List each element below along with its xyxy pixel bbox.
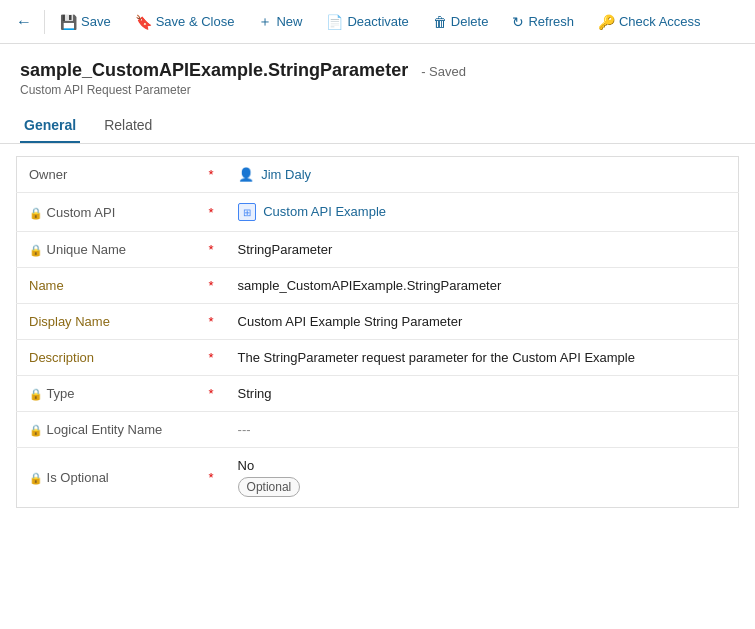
saved-badge: - Saved bbox=[421, 64, 466, 79]
record-name: sample_CustomAPIExample.StringParameter bbox=[20, 60, 408, 80]
field-unique-name-required: * bbox=[197, 232, 226, 268]
field-display-name: Display Name * Custom API Example String… bbox=[17, 304, 739, 340]
save-button[interactable]: 💾 Save bbox=[49, 7, 122, 37]
field-owner-label: Owner bbox=[17, 157, 197, 193]
field-owner-required: * bbox=[197, 157, 226, 193]
field-type-value: String bbox=[226, 376, 739, 412]
lock-icon-custom-api: 🔒 bbox=[29, 207, 43, 219]
delete-icon: 🗑 bbox=[433, 14, 447, 30]
field-logical-entity: 🔒 Logical Entity Name --- bbox=[17, 412, 739, 448]
page-header: sample_CustomAPIExample.StringParameter … bbox=[0, 44, 755, 97]
optional-badge: Optional bbox=[238, 477, 301, 497]
deactivate-icon: 📄 bbox=[326, 14, 343, 30]
custom-api-link[interactable]: Custom API Example bbox=[263, 204, 386, 219]
page-subtitle: Custom API Request Parameter bbox=[20, 83, 735, 97]
field-unique-name-label: 🔒 Unique Name bbox=[17, 232, 197, 268]
field-is-optional-label: 🔒 Is Optional bbox=[17, 448, 197, 508]
deactivate-label: Deactivate bbox=[347, 14, 408, 29]
fields-table: Owner * 👤 Jim Daly 🔒 Custom API * ⊞ bbox=[16, 156, 739, 508]
toolbar: ← 💾 Save 🔖 Save & Close ＋ New 📄 Deactiva… bbox=[0, 0, 755, 44]
field-description-value: The StringParameter request parameter fo… bbox=[226, 340, 739, 376]
field-description: Description * The StringParameter reques… bbox=[17, 340, 739, 376]
field-name-value: sample_CustomAPIExample.StringParameter bbox=[226, 268, 739, 304]
lock-icon-is-optional: 🔒 bbox=[29, 472, 43, 484]
field-description-required: * bbox=[197, 340, 226, 376]
save-icon: 💾 bbox=[60, 14, 77, 30]
field-is-optional: 🔒 Is Optional * No Optional bbox=[17, 448, 739, 508]
field-name: Name * sample_CustomAPIExample.StringPar… bbox=[17, 268, 739, 304]
refresh-button[interactable]: ↻ Refresh bbox=[501, 7, 585, 37]
new-button[interactable]: ＋ New bbox=[247, 6, 313, 38]
field-description-label: Description bbox=[17, 340, 197, 376]
save-close-button[interactable]: 🔖 Save & Close bbox=[124, 7, 246, 37]
divider bbox=[44, 10, 45, 34]
save-close-label: Save & Close bbox=[156, 14, 235, 29]
back-button[interactable]: ← bbox=[8, 9, 40, 35]
check-access-label: Check Access bbox=[619, 14, 701, 29]
page-title: sample_CustomAPIExample.StringParameter … bbox=[20, 60, 735, 81]
field-display-name-value: Custom API Example String Parameter bbox=[226, 304, 739, 340]
person-icon: 👤 bbox=[238, 167, 254, 182]
field-logical-entity-required bbox=[197, 412, 226, 448]
form-section: Owner * 👤 Jim Daly 🔒 Custom API * ⊞ bbox=[0, 156, 755, 524]
lock-icon-logical-entity: 🔒 bbox=[29, 424, 43, 436]
check-access-button[interactable]: 🔑 Check Access bbox=[587, 7, 712, 37]
field-display-name-label: Display Name bbox=[17, 304, 197, 340]
custom-api-icon: ⊞ bbox=[238, 203, 256, 221]
new-icon: ＋ bbox=[258, 13, 272, 31]
field-owner-value: 👤 Jim Daly bbox=[226, 157, 739, 193]
field-custom-api: 🔒 Custom API * ⊞ Custom API Example bbox=[17, 193, 739, 232]
field-name-label: Name bbox=[17, 268, 197, 304]
field-type-label: 🔒 Type bbox=[17, 376, 197, 412]
tabs-bar: General Related bbox=[0, 97, 755, 144]
field-owner: Owner * 👤 Jim Daly bbox=[17, 157, 739, 193]
owner-link[interactable]: Jim Daly bbox=[261, 167, 311, 182]
refresh-icon: ↻ bbox=[512, 14, 524, 30]
field-unique-name-value: StringParameter bbox=[226, 232, 739, 268]
lock-icon-unique-name: 🔒 bbox=[29, 244, 43, 256]
field-unique-name: 🔒 Unique Name * StringParameter bbox=[17, 232, 739, 268]
field-logical-entity-value: --- bbox=[226, 412, 739, 448]
field-is-optional-value: No Optional bbox=[226, 448, 739, 508]
check-access-icon: 🔑 bbox=[598, 14, 615, 30]
save-close-icon: 🔖 bbox=[135, 14, 152, 30]
tab-related[interactable]: Related bbox=[100, 109, 156, 143]
delete-button[interactable]: 🗑 Delete bbox=[422, 7, 500, 37]
save-label: Save bbox=[81, 14, 111, 29]
lock-icon-type: 🔒 bbox=[29, 388, 43, 400]
page-content: sample_CustomAPIExample.StringParameter … bbox=[0, 44, 755, 629]
back-icon: ← bbox=[16, 13, 32, 30]
field-custom-api-label: 🔒 Custom API bbox=[17, 193, 197, 232]
refresh-label: Refresh bbox=[528, 14, 574, 29]
field-type: 🔒 Type * String bbox=[17, 376, 739, 412]
field-logical-entity-label: 🔒 Logical Entity Name bbox=[17, 412, 197, 448]
field-custom-api-value: ⊞ Custom API Example bbox=[226, 193, 739, 232]
field-name-required: * bbox=[197, 268, 226, 304]
deactivate-button[interactable]: 📄 Deactivate bbox=[315, 7, 419, 37]
new-label: New bbox=[276, 14, 302, 29]
delete-label: Delete bbox=[451, 14, 489, 29]
field-custom-api-required: * bbox=[197, 193, 226, 232]
field-is-optional-required: * bbox=[197, 448, 226, 508]
field-type-required: * bbox=[197, 376, 226, 412]
field-display-name-required: * bbox=[197, 304, 226, 340]
tab-general[interactable]: General bbox=[20, 109, 80, 143]
